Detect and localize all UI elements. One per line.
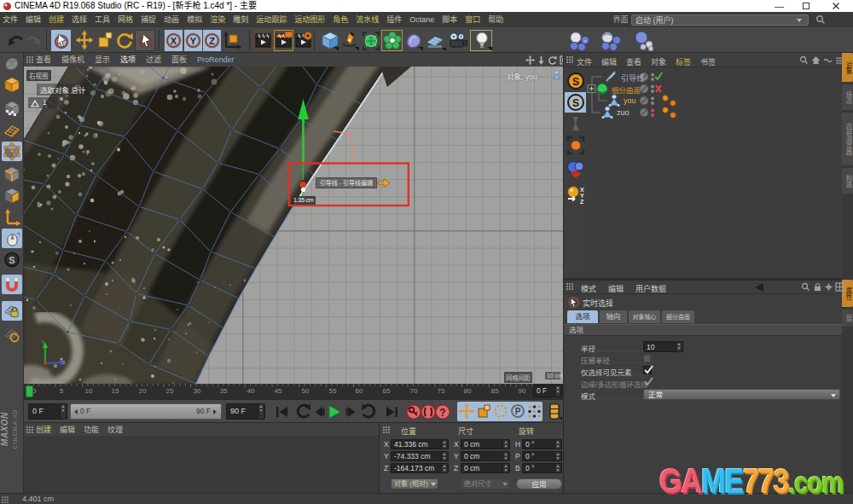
svg-text:Y: Y bbox=[190, 36, 197, 46]
svg-text:n: n bbox=[583, 38, 586, 43]
svg-text:Y: Y bbox=[41, 339, 45, 345]
svg-text:X: X bbox=[580, 187, 584, 193]
svg-text:Z: Z bbox=[580, 199, 584, 205]
svg-text:S: S bbox=[9, 255, 15, 265]
svg-text:Y: Y bbox=[580, 193, 584, 199]
svg-text:S: S bbox=[572, 76, 579, 88]
svg-text:P: P bbox=[515, 407, 521, 416]
svg-text:S: S bbox=[572, 97, 579, 109]
svg-text:?: ? bbox=[439, 407, 445, 419]
svg-text:X: X bbox=[171, 36, 177, 46]
svg-text:Z: Z bbox=[209, 36, 215, 46]
